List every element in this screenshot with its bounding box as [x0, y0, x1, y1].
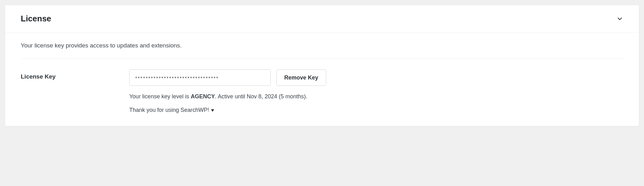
panel-header[interactable]: License	[5, 5, 639, 33]
license-panel: License Your license key provides access…	[5, 5, 639, 126]
license-level: AGENCY	[191, 93, 215, 100]
heart-icon: ♥	[211, 107, 214, 113]
thanks-message: Thank you for using SearchWP! ♥	[129, 107, 623, 113]
license-key-label: License Key	[21, 69, 129, 80]
remove-key-button[interactable]: Remove Key	[276, 69, 326, 86]
panel-body: Your license key provides access to upda…	[5, 33, 639, 126]
panel-description: Your license key provides access to upda…	[21, 42, 623, 59]
thanks-text: Thank you for using SearchWP!	[129, 107, 209, 113]
license-input-row: Remove Key	[129, 69, 623, 86]
license-key-row: License Key Remove Key Your license key …	[21, 69, 623, 113]
license-key-content: Remove Key Your license key level is AGE…	[129, 69, 623, 113]
panel-title: License	[21, 14, 51, 24]
status-suffix: . Active until Nov 8, 2024 (5 months).	[215, 93, 307, 100]
license-key-input[interactable]	[129, 69, 271, 86]
chevron-down-icon	[616, 15, 623, 22]
license-status: Your license key level is AGENCY. Active…	[129, 93, 623, 100]
status-prefix: Your license key level is	[129, 93, 191, 100]
